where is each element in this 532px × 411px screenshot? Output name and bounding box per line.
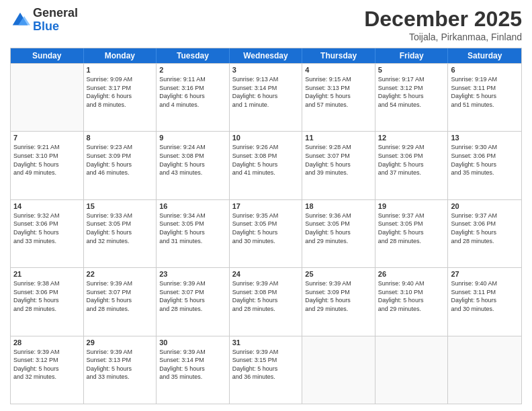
cell-info: Sunrise: 9:40 AM Sunset: 3:10 PM Dayligh… — [378, 279, 445, 313]
calendar-cell: 24Sunrise: 9:39 AM Sunset: 3:08 PM Dayli… — [230, 268, 303, 335]
cell-date: 22 — [87, 270, 154, 278]
cell-info: Sunrise: 9:39 AM Sunset: 3:14 PM Dayligh… — [159, 348, 226, 381]
cell-date: 29 — [87, 338, 154, 347]
calendar-cell: 5Sunrise: 9:17 AM Sunset: 3:12 PM Daylig… — [375, 64, 449, 131]
day-header-sunday: Sunday — [11, 48, 84, 63]
calendar-cell: 6Sunrise: 9:19 AM Sunset: 3:11 PM Daylig… — [448, 64, 521, 131]
cell-date: 31 — [232, 338, 300, 347]
cell-info: Sunrise: 9:30 AM Sunset: 3:06 PM Dayligh… — [451, 143, 519, 177]
calendar-cell: 20Sunrise: 9:37 AM Sunset: 3:06 PM Dayli… — [448, 200, 521, 267]
calendar-cell: 28Sunrise: 9:39 AM Sunset: 3:12 PM Dayli… — [11, 336, 84, 404]
calendar-cell: 13Sunrise: 9:30 AM Sunset: 3:06 PM Dayli… — [448, 132, 521, 199]
cell-info: Sunrise: 9:15 AM Sunset: 3:13 PM Dayligh… — [305, 75, 372, 109]
cell-info: Sunrise: 9:17 AM Sunset: 3:12 PM Dayligh… — [378, 75, 445, 109]
calendar-cell: 18Sunrise: 9:36 AM Sunset: 3:05 PM Dayli… — [302, 200, 375, 267]
cell-info: Sunrise: 9:36 AM Sunset: 3:05 PM Dayligh… — [305, 212, 372, 245]
cell-date: 3 — [232, 66, 300, 74]
calendar-row: 21Sunrise: 9:38 AM Sunset: 3:06 PM Dayli… — [11, 267, 521, 335]
logo-blue: Blue — [33, 19, 59, 33]
calendar-cell: 26Sunrise: 9:40 AM Sunset: 3:10 PM Dayli… — [375, 268, 449, 335]
cell-info: Sunrise: 9:32 AM Sunset: 3:06 PM Dayligh… — [13, 212, 81, 245]
cell-info: Sunrise: 9:09 AM Sunset: 3:17 PM Dayligh… — [87, 75, 154, 109]
cell-date: 15 — [87, 202, 154, 210]
calendar-cell: 4Sunrise: 9:15 AM Sunset: 3:13 PM Daylig… — [302, 64, 375, 131]
subtitle: Toijala, Pirkanmaa, Finland — [364, 32, 522, 42]
cell-date: 16 — [159, 202, 226, 210]
day-header-saturday: Saturday — [448, 48, 521, 63]
month-title: December 2025 — [364, 7, 522, 32]
cell-date: 27 — [451, 270, 519, 278]
calendar-cell — [375, 336, 449, 404]
day-header-tuesday: Tuesday — [157, 48, 230, 63]
calendar-cell: 1Sunrise: 9:09 AM Sunset: 3:17 PM Daylig… — [84, 64, 157, 131]
cell-date: 1 — [87, 66, 154, 74]
calendar-cell: 11Sunrise: 9:28 AM Sunset: 3:07 PM Dayli… — [302, 132, 375, 199]
calendar-cell: 31Sunrise: 9:39 AM Sunset: 3:15 PM Dayli… — [230, 336, 303, 404]
calendar-cell: 25Sunrise: 9:39 AM Sunset: 3:09 PM Dayli… — [302, 268, 375, 335]
logo-icon — [10, 10, 30, 30]
calendar-cell: 2Sunrise: 9:11 AM Sunset: 3:16 PM Daylig… — [157, 64, 230, 131]
cell-info: Sunrise: 9:13 AM Sunset: 3:14 PM Dayligh… — [232, 75, 300, 109]
calendar-cell: 22Sunrise: 9:39 AM Sunset: 3:07 PM Dayli… — [84, 268, 157, 335]
cell-info: Sunrise: 9:40 AM Sunset: 3:11 PM Dayligh… — [451, 279, 519, 313]
calendar-cell: 8Sunrise: 9:23 AM Sunset: 3:09 PM Daylig… — [84, 132, 157, 199]
cell-date: 7 — [13, 134, 81, 142]
cell-info: Sunrise: 9:39 AM Sunset: 3:09 PM Dayligh… — [305, 279, 372, 313]
cell-date: 30 — [159, 338, 226, 347]
cell-date: 8 — [87, 134, 154, 142]
cell-date: 13 — [451, 134, 519, 142]
cell-info: Sunrise: 9:39 AM Sunset: 3:07 PM Dayligh… — [87, 279, 154, 313]
calendar-row: 7Sunrise: 9:21 AM Sunset: 3:10 PM Daylig… — [11, 131, 521, 199]
cell-date: 26 — [378, 270, 445, 278]
calendar-cell: 30Sunrise: 9:39 AM Sunset: 3:14 PM Dayli… — [157, 336, 230, 404]
cell-date: 21 — [13, 270, 81, 278]
cell-date: 11 — [305, 134, 372, 142]
cell-date: 28 — [13, 338, 81, 347]
cell-date: 5 — [378, 66, 445, 74]
cell-date: 19 — [378, 202, 445, 210]
cell-info: Sunrise: 9:37 AM Sunset: 3:06 PM Dayligh… — [451, 212, 519, 245]
calendar-cell: 21Sunrise: 9:38 AM Sunset: 3:06 PM Dayli… — [11, 268, 84, 335]
calendar-cell: 16Sunrise: 9:34 AM Sunset: 3:05 PM Dayli… — [157, 200, 230, 267]
cell-date: 14 — [13, 202, 81, 210]
day-headers: SundayMondayTuesdayWednesdayThursdayFrid… — [11, 48, 521, 63]
header: General Blue December 2025 Toijala, Pirk… — [10, 7, 522, 42]
calendar-cell: 10Sunrise: 9:26 AM Sunset: 3:08 PM Dayli… — [230, 132, 303, 199]
calendar-cell: 27Sunrise: 9:40 AM Sunset: 3:11 PM Dayli… — [448, 268, 521, 335]
day-header-wednesday: Wednesday — [230, 48, 303, 63]
calendar-row: 28Sunrise: 9:39 AM Sunset: 3:12 PM Dayli… — [11, 336, 521, 404]
cell-info: Sunrise: 9:26 AM Sunset: 3:08 PM Dayligh… — [232, 143, 300, 177]
logo-general: General — [33, 6, 78, 19]
cell-date: 10 — [232, 134, 300, 142]
cell-info: Sunrise: 9:21 AM Sunset: 3:10 PM Dayligh… — [13, 143, 81, 177]
cell-info: Sunrise: 9:23 AM Sunset: 3:09 PM Dayligh… — [87, 143, 154, 177]
day-header-friday: Friday — [375, 48, 449, 63]
logo-text: General Blue — [33, 7, 78, 34]
calendar-cell: 17Sunrise: 9:35 AM Sunset: 3:05 PM Dayli… — [230, 200, 303, 267]
cell-date: 6 — [451, 66, 519, 74]
calendar-cell: 23Sunrise: 9:39 AM Sunset: 3:07 PM Dayli… — [157, 268, 230, 335]
cell-info: Sunrise: 9:35 AM Sunset: 3:05 PM Dayligh… — [232, 212, 300, 245]
cell-date: 17 — [232, 202, 300, 210]
calendar-cell: 3Sunrise: 9:13 AM Sunset: 3:14 PM Daylig… — [230, 64, 303, 131]
calendar-cell: 7Sunrise: 9:21 AM Sunset: 3:10 PM Daylig… — [11, 132, 84, 199]
calendar-cell: 29Sunrise: 9:39 AM Sunset: 3:13 PM Dayli… — [84, 336, 157, 404]
cell-info: Sunrise: 9:38 AM Sunset: 3:06 PM Dayligh… — [13, 279, 81, 313]
cell-date: 23 — [159, 270, 226, 278]
cell-date: 18 — [305, 202, 372, 210]
cell-date: 25 — [305, 270, 372, 278]
calendar-row: 14Sunrise: 9:32 AM Sunset: 3:06 PM Dayli… — [11, 199, 521, 267]
calendar-row: 1Sunrise: 9:09 AM Sunset: 3:17 PM Daylig… — [11, 63, 521, 131]
cell-date: 12 — [378, 134, 445, 142]
cell-info: Sunrise: 9:29 AM Sunset: 3:06 PM Dayligh… — [378, 143, 445, 177]
cell-date: 20 — [451, 202, 519, 210]
calendar-cell: 14Sunrise: 9:32 AM Sunset: 3:06 PM Dayli… — [11, 200, 84, 267]
cell-info: Sunrise: 9:37 AM Sunset: 3:05 PM Dayligh… — [378, 212, 445, 245]
title-section: December 2025 Toijala, Pirkanmaa, Finlan… — [364, 7, 522, 42]
day-header-thursday: Thursday — [302, 48, 375, 63]
cell-info: Sunrise: 9:39 AM Sunset: 3:12 PM Dayligh… — [13, 348, 81, 381]
cell-info: Sunrise: 9:39 AM Sunset: 3:15 PM Dayligh… — [232, 348, 300, 381]
calendar-cell — [302, 336, 375, 404]
calendar-cell: 9Sunrise: 9:24 AM Sunset: 3:08 PM Daylig… — [157, 132, 230, 199]
cell-info: Sunrise: 9:24 AM Sunset: 3:08 PM Dayligh… — [159, 143, 226, 177]
